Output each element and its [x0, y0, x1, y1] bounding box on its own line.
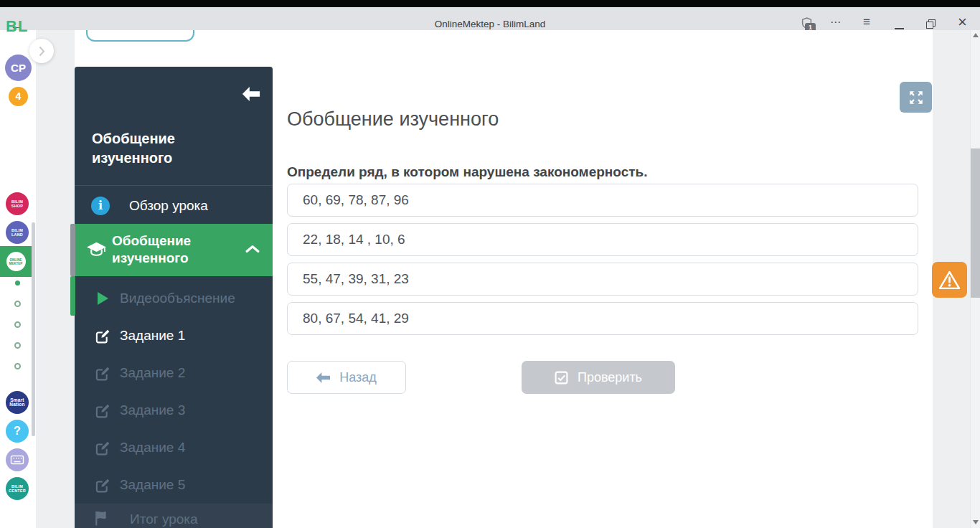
sidebar-item-task3[interactable]: Задание 3: [75, 392, 273, 429]
sidebar-item-task5[interactable]: Задание 5: [75, 466, 273, 504]
more-options-icon[interactable]: ⋯: [830, 16, 842, 29]
scrolled-page-band: [75, 30, 933, 67]
help-icon[interactable]: ?: [6, 420, 29, 443]
flag-icon: [93, 510, 109, 526]
sidebar-item-task4[interactable]: Задание 4: [75, 429, 273, 466]
edit-icon: [95, 440, 111, 456]
edit-icon: [95, 402, 111, 419]
user-avatar[interactable]: CP: [5, 55, 32, 81]
answer-option-4[interactable]: 80, 67, 54, 41, 29: [287, 302, 918, 335]
progress-dot[interactable]: [14, 363, 21, 369]
online-mektep-active-item[interactable]: ONLINE MEKTEP: [0, 246, 32, 277]
edit-icon: [95, 477, 111, 494]
exercise-title: Обобщение изученного: [287, 108, 499, 131]
answer-option-2[interactable]: 22, 18, 14 , 10, 6: [287, 223, 918, 256]
item-label: Задание 5: [120, 477, 185, 493]
sidebar-item-video[interactable]: Видеообъяснение: [75, 280, 273, 317]
info-icon: i: [91, 197, 110, 215]
smart-nation-avatar[interactable]: Smart Nation: [6, 391, 29, 414]
play-icon: [98, 292, 108, 305]
warning-icon: [938, 270, 961, 290]
edit-icon: [95, 328, 111, 344]
restore-window-icon[interactable]: [926, 19, 936, 29]
checkbox-check-icon: [555, 371, 568, 385]
back-arrow-icon: [316, 372, 330, 383]
window-titlebar: ← OnlineMektep - BilimLand 1 ⋯ ≡ ×: [0, 7, 980, 30]
check-button[interactable]: Проверить: [522, 361, 675, 394]
fullscreen-button[interactable]: [900, 82, 932, 113]
bilim-center-avatar[interactable]: BILIM CENTER: [6, 477, 29, 500]
sidebar-item-overview[interactable]: i Обзор урока: [75, 188, 273, 224]
question-text: Определи ряд, в котором нарушена законом…: [287, 164, 648, 180]
answer-option-1[interactable]: 60, 69, 78, 87, 96: [287, 184, 918, 217]
chevron-right-icon: [39, 46, 45, 57]
rail-scrollbar-thumb[interactable]: [32, 222, 35, 436]
close-icon[interactable]: ×: [958, 14, 967, 30]
divider: [75, 185, 273, 186]
lesson-sidebar: Обобщение изученного i Обзор урока Обобщ…: [75, 67, 273, 528]
sidebar-item-task1[interactable]: Задание 1: [75, 317, 273, 354]
bilimland-logo: BL: [6, 17, 28, 36]
keyboard-icon[interactable]: [6, 448, 29, 471]
summary-label: Итог урока: [130, 512, 198, 527]
notification-badge[interactable]: 4: [9, 87, 28, 106]
back-button[interactable]: Назад: [287, 361, 406, 394]
section-label: Обобщение изученного: [112, 232, 237, 267]
item-label: Задание 1: [120, 328, 185, 344]
exercise-panel: Обобщение изученного Определи ряд, в кот…: [273, 67, 933, 528]
sidebar-section-header[interactable]: Обобщение изученного: [75, 224, 273, 276]
progress-dot[interactable]: [14, 321, 21, 328]
progress-dot[interactable]: [14, 342, 21, 349]
item-label: Задание 2: [120, 365, 185, 381]
progress-dot[interactable]: [14, 301, 21, 307]
scroll-up-icon[interactable]: [973, 33, 979, 37]
sidebar-item-summary[interactable]: Итог урока: [75, 504, 273, 528]
item-label: Задание 3: [120, 402, 185, 418]
partial-button-fragment[interactable]: [86, 30, 194, 42]
check-button-label: Проверить: [578, 370, 642, 385]
report-problem-button[interactable]: [932, 262, 967, 298]
fullscreen-icon: [908, 89, 925, 106]
item-label: Видеообъяснение: [120, 291, 235, 306]
sidebar-scroll-indicator[interactable]: [70, 224, 75, 276]
bilim-land-avatar[interactable]: BILIM LAND: [6, 221, 29, 244]
minimize-icon[interactable]: [895, 28, 904, 29]
edit-icon: [95, 365, 111, 382]
overview-label: Обзор урока: [129, 198, 208, 214]
screen-top-strip: [0, 0, 980, 7]
lesson-title: Обобщение изученного: [92, 129, 242, 168]
sidebar-back-button[interactable]: [241, 86, 261, 102]
sidebar-item-task2[interactable]: Задание 2: [75, 354, 273, 392]
online-mektep-avatar: ONLINE MEKTEP: [6, 252, 26, 271]
item-label: Задание 4: [120, 440, 185, 456]
progress-dot-filled[interactable]: [15, 280, 20, 286]
chevron-up-icon: [245, 245, 260, 253]
scrollbar-thumb[interactable]: [971, 148, 980, 298]
back-arrow-icon: [241, 86, 261, 102]
sidebar-position-indicator: [70, 276, 75, 316]
back-button-label: Назад: [339, 370, 377, 385]
graduation-cap-icon: [86, 241, 107, 258]
answer-option-3[interactable]: 55, 47, 39, 31, 23: [287, 263, 918, 296]
scroll-down-icon[interactable]: [973, 520, 979, 524]
menu-icon[interactable]: ≡: [863, 15, 870, 29]
rail-expand-button[interactable]: [29, 39, 54, 63]
bilim-shop-avatar[interactable]: BILIM SHOP: [6, 192, 29, 215]
page-scrollbar[interactable]: [970, 30, 980, 528]
